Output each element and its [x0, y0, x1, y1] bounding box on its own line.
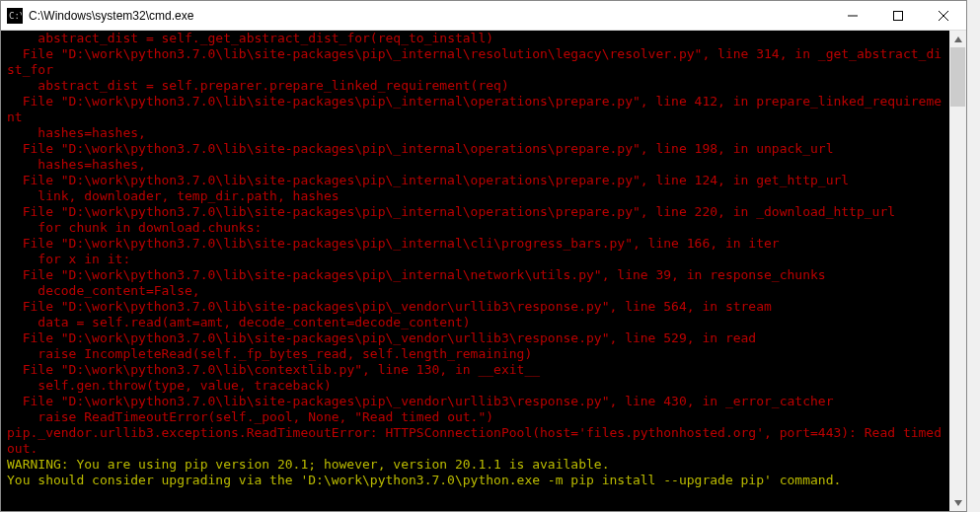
scrollbar-thumb[interactable] — [950, 47, 965, 107]
scroll-up-button[interactable] — [949, 31, 966, 47]
maximize-icon — [893, 11, 903, 21]
console-line: File "D:\work\python3.7.0\lib\site-packa… — [7, 173, 948, 188]
console-line: File "D:\work\python3.7.0\lib\site-packa… — [7, 141, 948, 157]
console-line: abstract_dist = self._get_abstract_dist_… — [7, 31, 948, 46]
vertical-scrollbar[interactable] — [949, 31, 966, 511]
console-line: hashes=hashes, — [7, 157, 948, 173]
minimize-icon — [848, 11, 858, 21]
console-line: data = self.read(amt=amt, decode_content… — [7, 315, 948, 330]
console-line: File "D:\work\python3.7.0\lib\site-packa… — [7, 299, 948, 315]
close-icon — [939, 11, 948, 21]
console-line: File "D:\work\python3.7.0\lib\site-packa… — [7, 267, 948, 283]
window-controls — [830, 1, 966, 30]
chevron-down-icon — [954, 500, 962, 506]
page-scrollbar[interactable] — [967, 0, 980, 512]
cmd-window: C:\ C:\Windows\system32\cmd.exe abstract… — [0, 0, 967, 512]
window-title: C:\Windows\system32\cmd.exe — [29, 9, 830, 23]
minimize-button[interactable] — [830, 1, 875, 30]
console-line: File "D:\work\python3.7.0\lib\site-packa… — [7, 330, 948, 346]
console-line: File "D:\work\python3.7.0\lib\site-packa… — [7, 236, 948, 252]
console-line: link, downloader, temp_dir.path, hashes — [7, 188, 948, 204]
cmd-icon: C:\ — [7, 8, 23, 24]
close-button[interactable] — [921, 1, 966, 30]
console-line: You should consider upgrading via the 'D… — [7, 473, 948, 488]
console-area[interactable]: abstract_dist = self._get_abstract_dist_… — [1, 31, 966, 511]
svg-rect-3 — [894, 11, 903, 20]
console-line: File "D:\work\python3.7.0\lib\site-packa… — [7, 204, 948, 220]
scroll-down-button[interactable] — [949, 494, 966, 511]
console-line: abstract_dist = self.preparer.prepare_li… — [7, 78, 948, 94]
console-line: hashes=hashes, — [7, 125, 948, 141]
console-line: self.gen.throw(type, value, traceback) — [7, 378, 948, 394]
console-text: abstract_dist = self._get_abstract_dist_… — [7, 31, 948, 488]
console-line: File "D:\work\python3.7.0\lib\site-packa… — [7, 94, 948, 125]
chevron-up-icon — [954, 37, 962, 42]
console-line: for x in it: — [7, 252, 948, 267]
console-line: pip._vendor.urllib3.exceptions.ReadTimeo… — [7, 425, 948, 457]
console-line: for chunk in download.chunks: — [7, 220, 948, 236]
console-line: WARNING: You are using pip version 20.1;… — [7, 457, 948, 473]
titlebar: C:\ C:\Windows\system32\cmd.exe — [1, 1, 966, 31]
console-line: File "D:\work\python3.7.0\lib\contextlib… — [7, 362, 948, 378]
console-line: File "D:\work\python3.7.0\lib\site-packa… — [7, 46, 948, 78]
maximize-button[interactable] — [875, 1, 921, 30]
console-line: decode_content=False, — [7, 283, 948, 299]
console-line: raise ReadTimeoutError(self._pool, None,… — [7, 409, 948, 425]
svg-text:C:\: C:\ — [9, 11, 22, 21]
console-line: raise IncompleteRead(self._fp_bytes_read… — [7, 346, 948, 362]
console-line: File "D:\work\python3.7.0\lib\site-packa… — [7, 394, 948, 409]
